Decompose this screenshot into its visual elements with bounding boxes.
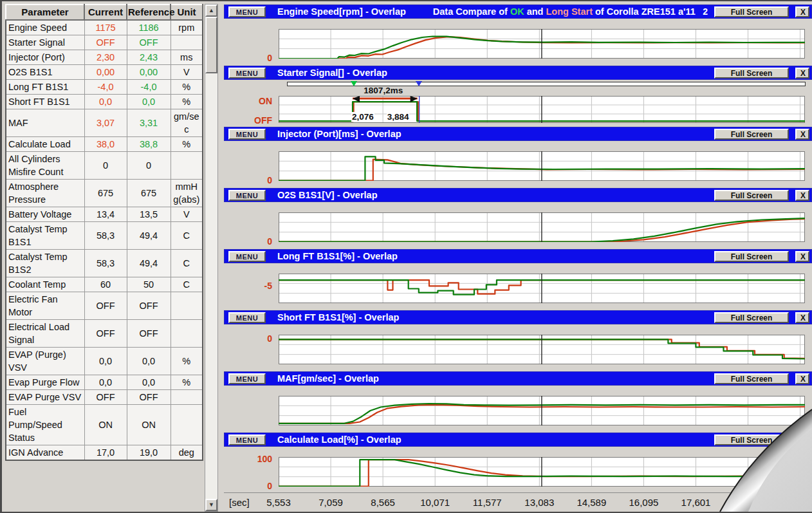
scroll-down-button[interactable]: ▼ — [205, 499, 217, 511]
measure-start-label: 2,076 — [351, 112, 374, 122]
close-button[interactable]: X — [795, 68, 809, 79]
cell-cur: 0,00 — [84, 65, 127, 80]
cell-cur: 0 — [84, 152, 127, 180]
table-row[interactable]: Battery Voltage13,413,5V — [6, 207, 203, 222]
cell-unit: C — [171, 277, 203, 292]
table-row[interactable]: Catalyst Temp B1S258,349,4C — [6, 250, 203, 277]
cell-param: Atmosphere Pressure — [6, 180, 84, 207]
table-row[interactable]: Electric Fan MotorOFFOFF — [6, 292, 203, 320]
menu-button[interactable]: MENU — [228, 312, 266, 323]
table-row[interactable]: Evap Purge Flow0,00,0% — [6, 375, 203, 390]
time-tick-label: 13,083 — [512, 497, 566, 508]
table-row[interactable]: Catalyst Temp B1S158,349,4C — [6, 222, 203, 250]
table-row[interactable]: Atmosphere Pressure675675mmHg(abs) — [6, 180, 203, 207]
table-row[interactable]: Starter SignalOFFOFF — [6, 35, 203, 50]
y-axis-label: ON — [224, 96, 275, 106]
column-header-unit[interactable]: Unit — [171, 5, 203, 20]
chart-title: Starter Signal[] - Overlap — [277, 68, 387, 78]
table-row[interactable]: Injector (Port)2,302,43ms — [6, 50, 203, 65]
cell-ref: 38,8 — [127, 137, 171, 152]
full-screen-button[interactable]: Full Screen — [714, 190, 789, 201]
cell-unit — [171, 390, 203, 405]
cell-unit — [171, 405, 203, 445]
cell-cur: 2,30 — [84, 50, 127, 65]
cell-unit: ms — [171, 50, 203, 65]
blue-range-marker[interactable] — [416, 81, 422, 86]
close-button[interactable]: X — [795, 190, 809, 201]
table-row[interactable]: Fuel Pump/Speed StatusONON — [6, 405, 203, 445]
scroll-up-button[interactable]: ▲ — [205, 5, 217, 17]
chart-body: -5 — [224, 263, 812, 310]
banner-suffix: of Corolla ZRE151 a'11 — [593, 6, 696, 17]
menu-button[interactable]: MENU — [228, 251, 266, 262]
table-row[interactable]: Engine Speed11751186rpm — [6, 20, 203, 35]
menu-button[interactable]: MENU — [228, 373, 266, 384]
parameter-table-body: Engine Speed11751186rpmStarter SignalOFF… — [6, 20, 203, 460]
cell-param: EVAP Purge VSV — [6, 390, 84, 405]
table-row[interactable]: All Cylinders Misfire Count00 — [6, 152, 203, 180]
y-axis-label: 0 — [224, 175, 275, 185]
menu-button[interactable]: MENU — [228, 434, 266, 445]
chart-titlebar: MENUO2S B1S1[V] - OverlapFull ScreenX — [224, 188, 812, 202]
table-row[interactable]: O2S B1S10,000,00V — [6, 65, 203, 80]
full-screen-button[interactable]: Full Screen — [714, 68, 789, 79]
column-header-parameter[interactable]: Parameter — [6, 5, 84, 20]
cell-unit: % — [171, 348, 203, 375]
green-range-marker[interactable] — [351, 81, 357, 86]
cell-param: Coolant Temp — [6, 277, 84, 292]
time-tick-label: 11,577 — [460, 497, 514, 508]
scrollbar-thumb[interactable] — [205, 17, 217, 73]
table-row[interactable]: EVAP (Purge) VSV0,00,0% — [6, 348, 203, 375]
table-scrollbar[interactable]: ▲ ▼ — [205, 4, 218, 512]
plot-area — [279, 212, 805, 242]
table-row[interactable]: Coolant Temp6050C — [6, 277, 203, 292]
chart-title: Long FT B1S1[%] - Overlap — [277, 251, 398, 261]
table-row[interactable]: Calculate Load38,038,8% — [6, 137, 203, 152]
cell-unit: % — [171, 375, 203, 390]
chart-titlebar: MENUInjector (Port)[ms] - OverlapFull Sc… — [224, 127, 812, 141]
menu-button[interactable]: MENU — [228, 129, 266, 140]
close-button[interactable]: X — [795, 312, 809, 323]
close-button[interactable]: X — [795, 251, 809, 262]
chart-panel-long-ft-b1s1: MENULong FT B1S1[%] - OverlapFull Screen… — [224, 249, 812, 310]
plot-area — [279, 151, 805, 181]
table-row[interactable]: EVAP Purge VSVOFFOFF — [6, 390, 203, 405]
y-axis-label: 100 — [224, 454, 275, 464]
cell-ref: 675 — [127, 180, 171, 207]
cell-ref: 0 — [127, 152, 171, 180]
y-axis-label: 0 — [224, 481, 275, 491]
column-header-reference[interactable]: Reference — [127, 5, 171, 20]
full-screen-button[interactable]: Full Screen — [714, 6, 789, 17]
column-header-current[interactable]: Current — [84, 5, 127, 20]
full-screen-button[interactable]: Full Screen — [714, 312, 789, 323]
full-screen-button[interactable]: Full Screen — [714, 129, 789, 140]
close-button[interactable]: X — [795, 129, 809, 140]
cell-cur: OFF — [84, 292, 127, 320]
page-curl[interactable] — [654, 354, 812, 512]
cell-unit: mmHg(abs) — [171, 180, 203, 207]
y-axis-label: 0 — [224, 236, 275, 247]
menu-button[interactable]: MENU — [228, 6, 266, 17]
menu-button[interactable]: MENU — [228, 68, 266, 79]
cell-param: Catalyst Temp B1S1 — [6, 222, 84, 250]
table-row[interactable]: MAF3,073,31gm/sec — [6, 109, 203, 137]
table-row[interactable]: Short FT B1S10,00,0% — [6, 95, 203, 109]
menu-button[interactable]: MENU — [228, 190, 266, 201]
banner-longstart-label: Long Start — [546, 6, 593, 17]
close-button[interactable]: X — [795, 6, 809, 17]
chart-body: 0 — [224, 141, 812, 188]
table-header-row: ParameterCurrentReferenceUnit — [6, 5, 203, 20]
table-row[interactable]: Long FT B1S1-4,0-4,0% — [6, 80, 203, 95]
cell-ref: 0,0 — [127, 348, 171, 375]
cell-param: Fuel Pump/Speed Status — [6, 405, 84, 445]
table-row[interactable]: IGN Advance17,019,0deg — [6, 445, 203, 461]
cell-param: Calculate Load — [6, 137, 84, 152]
full-screen-button[interactable]: Full Screen — [714, 251, 789, 262]
cell-ref: 1186 — [127, 20, 171, 35]
chart-panel-starter-signal: MENUStarter Signal[] - OverlapFull Scree… — [224, 66, 812, 127]
y-axis-label: 0 — [224, 333, 275, 344]
chart-title: MAF[gm/sec] - Overlap — [277, 373, 379, 384]
time-tick-label: 8,565 — [356, 497, 410, 508]
table-row[interactable]: Electrical Load SignalOFFOFF — [6, 320, 203, 348]
cell-ref: ON — [127, 405, 171, 445]
